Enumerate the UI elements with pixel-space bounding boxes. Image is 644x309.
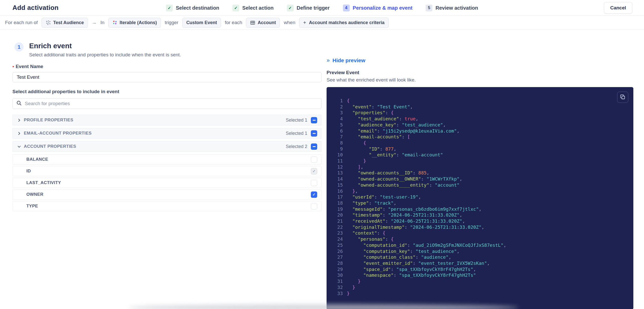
code-line: 11 } <box>334 158 628 164</box>
code-line: 13 "owned-accounts__ID": 885, <box>334 170 628 176</box>
step-number-badge: 5 <box>426 5 433 11</box>
code-line: 5 "audience_key": "test_audience", <box>334 122 628 128</box>
required-indicator: • <box>12 64 14 69</box>
chip-label: Account <box>258 20 276 25</box>
chevron-down-icon <box>17 145 24 149</box>
chip-account-matches-audience-criteria[interactable]: +Account matches audience criteria <box>299 18 389 28</box>
chip-label: Account matches audience criteria <box>309 20 384 25</box>
iterable-icon <box>112 20 117 25</box>
property-row-owner: OWNER✓ <box>12 189 321 200</box>
code-line: 12 ], <box>334 164 628 170</box>
event-name-input[interactable] <box>12 72 321 82</box>
property-label: ID <box>26 169 31 174</box>
search-input[interactable] <box>25 101 318 106</box>
code-line: 3 "properties": { <box>334 110 628 116</box>
step-5[interactable]: 5Review activation <box>426 5 478 11</box>
top-header: Add activation ✓Select destination✓Selec… <box>0 0 644 16</box>
group-label: EMAIL-ACCOUNT PROPERTIES <box>24 131 92 136</box>
property-checkbox[interactable] <box>311 156 317 163</box>
code-line: 7 "email-accounts": [ <box>334 134 628 140</box>
code-line: 1{ <box>334 98 628 104</box>
trigger-bar-text: In <box>100 20 104 25</box>
code-line: 10 "__entity": "email-account" <box>334 152 628 158</box>
group-row-account-properties[interactable]: ACCOUNT PROPERTIESSelected 2 <box>12 141 321 152</box>
section-subtitle: Select additional traits and properties … <box>29 52 181 58</box>
code-line: 9 "ID": 877, <box>334 146 628 152</box>
check-icon: ✓ <box>232 5 239 11</box>
code-line: 33} <box>334 290 628 297</box>
property-label: TYPE <box>26 204 38 209</box>
property-checkbox[interactable] <box>311 180 317 186</box>
trigger-bar-text: → <box>92 20 97 25</box>
group-row-email-account-properties[interactable]: EMAIL-ACCOUNT PROPERTIESSelected 1 <box>12 128 321 139</box>
property-groups: PROFILE PROPERTIESSelected 1EMAIL-ACCOUN… <box>12 115 321 211</box>
chip-account[interactable]: Account <box>246 18 280 28</box>
property-label: OWNER <box>26 192 43 197</box>
property-checkbox[interactable] <box>311 203 317 209</box>
code-line: 21 "receivedAt": "2024-06-25T21:31:33.02… <box>334 218 628 224</box>
step-3[interactable]: ✓Define trigger <box>287 5 330 11</box>
step-2[interactable]: ✓Select action <box>232 5 274 11</box>
property-row-type: TYPE <box>12 201 321 211</box>
group-checkbox[interactable] <box>311 143 317 150</box>
additional-properties-label: Select additional properties to include … <box>12 89 321 94</box>
check-icon: ✓ <box>166 5 173 11</box>
enrich-event-header: 1 Enrich event Select additional traits … <box>12 42 321 58</box>
code-line: 2 "event": "Test Event", <box>334 104 628 110</box>
code-line: 31 } <box>334 278 628 284</box>
preview-panel: » Hide preview Preview Event See what th… <box>327 30 633 309</box>
event-name-label: • Event Name <box>12 64 321 69</box>
chevrons-right-icon: » <box>327 57 330 64</box>
step-label: Review activation <box>436 5 478 11</box>
code-line: 27 "computation_class": "audience", <box>334 254 628 260</box>
property-checkbox[interactable]: ✓ <box>311 168 317 174</box>
copy-button[interactable] <box>617 92 628 103</box>
search-icon <box>16 100 22 107</box>
group-checkbox[interactable] <box>311 117 317 123</box>
group-label: PROFILE PROPERTIES <box>24 118 73 123</box>
chip-custom-event[interactable]: Custom Event <box>182 18 221 28</box>
hide-preview-link[interactable]: » Hide preview <box>327 57 365 64</box>
code-line: 18 "type": "track", <box>334 200 628 206</box>
code-line: 8 { <box>334 140 628 146</box>
trigger-bar-text: when <box>284 20 295 25</box>
trigger-bar-text: trigger <box>165 20 178 25</box>
property-checkbox[interactable]: ✓ <box>311 191 317 198</box>
trigger-bar-text: for each <box>225 20 242 25</box>
group-label: ACCOUNT PROPERTIES <box>24 144 76 149</box>
code-line: 17 "userId": "test-user-19", <box>334 194 628 200</box>
chip-label: Test Audience <box>53 20 84 25</box>
step-4[interactable]: 4Personalize & map event <box>343 5 413 11</box>
event-json-preview: 1{2 "event": "Test Event",3 "properties"… <box>327 87 633 309</box>
code-line: 23 "context": { <box>334 230 628 236</box>
code-line: 32 } <box>334 284 628 290</box>
step-label: Define trigger <box>297 5 330 11</box>
cancel-button[interactable]: Cancel <box>604 2 632 14</box>
selected-count: Selected 1 <box>286 131 307 136</box>
audience-icon <box>46 20 51 25</box>
chevron-right-icon <box>17 118 24 122</box>
chip-iterable-actions-[interactable]: Iterable (Actions) <box>108 18 161 28</box>
code-line: 14 "owned-accounts__OWNER": "1WCWrTXfkp"… <box>334 176 628 182</box>
selected-count: Selected 2 <box>286 144 307 149</box>
code-line: 25 "computation_id": "aud_2iO9m2gSFmJNXC… <box>334 242 628 248</box>
selected-count: Selected 1 <box>286 118 307 123</box>
code-line: 20 "timestamp": "2024-06-25T21:31:33.020… <box>334 212 628 218</box>
code-line: 22 "originalTimestamp": "2024-06-25T21:3… <box>334 224 628 230</box>
group-checkbox[interactable] <box>311 130 317 137</box>
trigger-bar-text: For each run of <box>5 20 38 25</box>
chevron-right-icon <box>17 132 24 135</box>
step-1[interactable]: ✓Select destination <box>166 5 219 11</box>
property-label: BALANCE <box>26 157 48 162</box>
trigger-summary-bar: For each run ofTest Audience→InIterable … <box>0 16 644 30</box>
chip-test-audience[interactable]: Test Audience <box>42 18 88 28</box>
check-icon: ✓ <box>287 5 294 11</box>
chip-label: Iterable (Actions) <box>120 20 157 25</box>
code-line: 24 "personas": { <box>334 236 628 242</box>
property-search[interactable] <box>12 98 321 109</box>
code-line: 26 "computation_key": "test_audience", <box>334 248 628 254</box>
group-row-profile-properties[interactable]: PROFILE PROPERTIESSelected 1 <box>12 115 321 125</box>
property-row-last_activity: LAST_ACTIVITY <box>12 178 321 188</box>
plus-icon: + <box>303 20 306 26</box>
page-title: Add activation <box>12 4 59 12</box>
